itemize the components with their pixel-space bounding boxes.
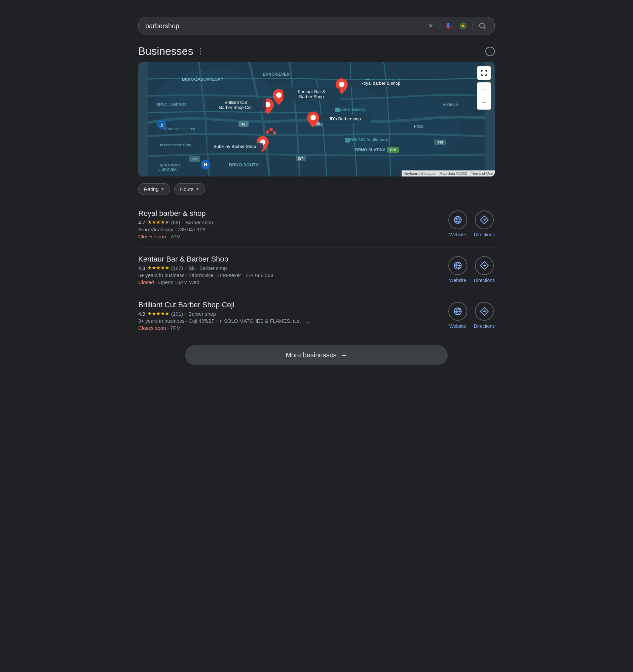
review-count: (69) [171, 219, 180, 225]
rating-filter-arrow: ▼ [160, 187, 164, 192]
directions-button[interactable]: Directions [474, 256, 495, 283]
rating-number: 4.8 [138, 265, 145, 271]
rating-number: 4.7 [138, 219, 145, 225]
svg-text:🔬: 🔬 [160, 123, 164, 127]
businesses-title-row: Businesses ⋮ [138, 45, 204, 57]
business-list: Royal barber & shop 4.7 ★★★★★ (69) · Bar… [138, 202, 495, 338]
separator: · [182, 219, 184, 225]
svg-text:Velatice: Velatice [443, 102, 458, 107]
svg-text:E50: E50 [390, 148, 396, 152]
svg-text:Zetor Gallery: Zetor Gallery [340, 107, 366, 112]
business-item: Kentaur Bar & Barber Shop 4.8 ★★★★★ (187… [138, 247, 495, 293]
website-label: Website [449, 323, 466, 329]
svg-text:Royal barber & shop: Royal barber & shop [360, 81, 401, 86]
svg-text:374: 374 [298, 157, 304, 160]
separator: · [185, 265, 186, 271]
business-item: Brilliant Cut Barber Shop Cejl 4.9 ★★★★★… [138, 293, 495, 338]
business-type: Barber shop [200, 265, 227, 271]
svg-text:ní nemocnice Brno: ní nemocnice Brno [160, 143, 191, 147]
svg-point-49 [273, 131, 276, 135]
status-label: Closed [138, 279, 154, 285]
svg-rect-33 [335, 107, 340, 112]
directions-icon-circle [475, 302, 494, 321]
business-actions: Website Directions [448, 255, 495, 283]
svg-text:602: 602 [192, 157, 197, 161]
more-options-icon[interactable]: ⋮ [197, 47, 204, 56]
svg-text:BRNO-JUNDROV: BRNO-JUNDROV [157, 102, 187, 106]
business-rating-row: 4.9 ★★★★★ (101) · Barber shop [138, 311, 448, 317]
svg-rect-35 [345, 138, 350, 143]
directions-icon [479, 261, 489, 270]
businesses-header: Businesses ⋮ i [138, 45, 495, 57]
svg-line-3 [484, 28, 486, 29]
business-type: Barber shop [188, 311, 216, 317]
business-name[interactable]: Brilliant Cut Barber Shop Cejl [138, 301, 448, 309]
directions-button[interactable]: Directions [474, 302, 495, 329]
search-divider-2 [473, 22, 473, 30]
directions-label: Directions [474, 232, 495, 237]
map: 42 42 602 374 E50 430 BRNO-ŽABOVŘESKY BR… [138, 62, 495, 176]
business-address: Brno-Vinohrady · 739 047 123 [138, 226, 448, 232]
fullscreen-icon [480, 69, 488, 77]
map-footer: Keyboard shortcuts Map data ©2022 Terms … [402, 170, 495, 176]
business-name[interactable]: Kentaur Bar & Barber Shop [138, 255, 448, 264]
voice-search-button[interactable] [443, 21, 454, 31]
business-info: Brilliant Cut Barber Shop Cejl 4.9 ★★★★★… [138, 301, 448, 331]
business-address: 3+ years in business · Cejl 495/27 · In … [138, 318, 448, 324]
svg-text:H: H [204, 162, 207, 167]
globe-icon [453, 307, 463, 316]
business-status: Closes soon · 7PM [138, 325, 448, 331]
section-title: Businesses [138, 45, 193, 57]
rating-filter[interactable]: Rating ▼ [138, 183, 170, 195]
website-button[interactable]: Website [448, 302, 467, 329]
more-businesses-button[interactable]: More businesses → [185, 345, 448, 365]
more-businesses-arrow-icon: → [341, 351, 348, 359]
website-button[interactable]: Website [448, 211, 467, 237]
map-controls: + − [477, 66, 491, 110]
zoom-in-button[interactable]: + [477, 82, 491, 96]
zoom-controls: + − [477, 82, 491, 110]
map-container[interactable]: 42 42 602 374 E50 430 BRNO-ŽABOVŘESKY BR… [138, 62, 495, 176]
status-label: Closes soon [138, 325, 166, 331]
rating-number: 4.9 [138, 311, 145, 317]
business-status: Closed · Opens 10AM Wed [138, 279, 448, 285]
business-hours: · 7PM [167, 325, 181, 331]
search-input[interactable] [145, 22, 423, 30]
stars: ★★★★★ [147, 265, 169, 271]
business-rating-row: 4.8 ★★★★★ (187) · $$ · Barber shop [138, 265, 448, 271]
directions-label: Directions [474, 323, 495, 329]
business-info: Royal barber & shop 4.7 ★★★★★ (69) · Bar… [138, 209, 448, 240]
info-button[interactable]: i [485, 47, 495, 56]
search-bar: ✕ [138, 17, 495, 35]
svg-text:Podolí: Podolí [414, 124, 426, 129]
business-rating-row: 4.7 ★★★★★ (69) · Barber shop [138, 219, 448, 225]
svg-point-43 [339, 82, 345, 87]
keyboard-shortcuts-link[interactable]: Keyboard shortcuts [402, 170, 438, 176]
clear-button[interactable]: ✕ [427, 21, 435, 31]
website-icon-circle [448, 302, 467, 321]
more-businesses-wrapper: More businesses → [138, 338, 495, 368]
terms-of-use-link[interactable]: Terms of Use [469, 170, 495, 176]
svg-text:Brilliant Cut: Brilliant Cut [225, 100, 247, 105]
zoom-out-button[interactable]: − [477, 96, 491, 110]
hours-filter[interactable]: Hours ▼ [174, 183, 205, 195]
website-icon-circle [448, 256, 467, 275]
review-count: (101) [171, 311, 183, 317]
svg-point-52 [310, 115, 316, 120]
search-button[interactable] [477, 21, 488, 31]
directions-label: Directions [474, 278, 495, 283]
rating-filter-label: Rating [144, 186, 158, 192]
website-button[interactable]: Website [448, 256, 467, 283]
svg-text:BRNO-SEVER: BRNO-SEVER [263, 72, 289, 77]
fullscreen-button[interactable] [477, 66, 491, 80]
stars: ★★★★★ [147, 311, 169, 317]
svg-text:Bubeliny Barber Shop: Bubeliny Barber Shop [214, 144, 256, 149]
close-icon: ✕ [428, 22, 433, 30]
price: $$ [188, 265, 194, 271]
business-name[interactable]: Royal barber & shop [138, 209, 448, 218]
globe-icon [453, 215, 463, 224]
business-info: Kentaur Bar & Barber Shop 4.8 ★★★★★ (187… [138, 255, 448, 285]
svg-text:JD's Barbershop: JD's Barbershop [329, 116, 361, 121]
lens-search-button[interactable] [458, 21, 469, 31]
directions-button[interactable]: Directions [474, 211, 495, 237]
